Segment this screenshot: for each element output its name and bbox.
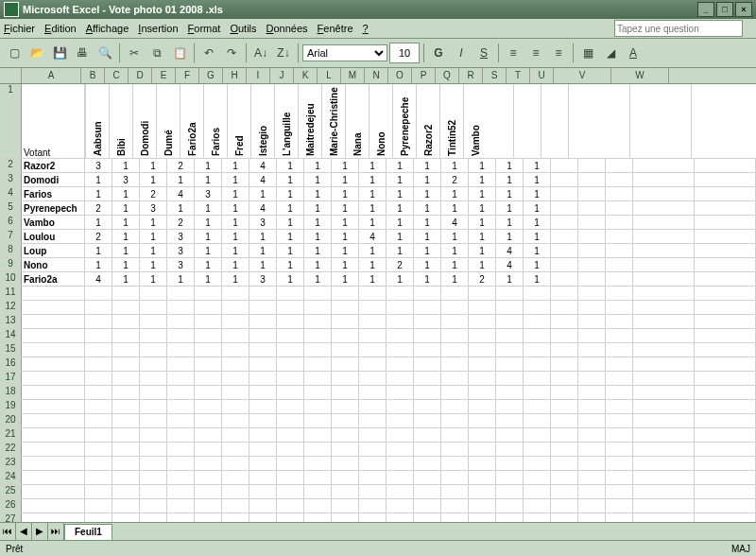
cut-icon[interactable]: ✂ — [124, 43, 145, 63]
candidate-header[interactable]: Domodi — [132, 84, 156, 158]
vote-cell[interactable]: 1 — [496, 216, 524, 229]
sort-desc-icon[interactable]: Z↓ — [273, 43, 294, 63]
vote-cell[interactable]: 1 — [524, 216, 551, 229]
vote-cell[interactable]: 1 — [112, 159, 140, 172]
preview-icon[interactable]: 🔍 — [94, 43, 115, 63]
vote-cell[interactable]: 1 — [441, 258, 469, 271]
maximize-button[interactable]: □ — [716, 2, 733, 17]
vote-cell[interactable]: 1 — [332, 258, 359, 271]
vote-cell[interactable]: 2 — [85, 230, 112, 243]
menu-fenêtre[interactable]: Fenêtre — [318, 23, 353, 34]
col-header[interactable]: P — [412, 68, 436, 83]
vote-cell[interactable]: 1 — [167, 173, 195, 186]
vote-cell[interactable]: 1 — [85, 187, 112, 200]
vote-cell[interactable]: 2 — [167, 216, 195, 229]
col-header[interactable]: A — [22, 68, 81, 83]
row-header[interactable]: 17 — [0, 372, 22, 385]
vote-cell[interactable]: 1 — [524, 187, 551, 200]
vote-cell[interactable]: 1 — [277, 230, 304, 243]
sheet-tab[interactable]: Feuil1 — [64, 524, 112, 540]
row-header[interactable]: 12 — [0, 301, 22, 314]
col-header[interactable]: V — [554, 68, 611, 83]
vote-cell[interactable]: 1 — [304, 173, 332, 186]
row-header[interactable]: 15 — [0, 343, 22, 356]
ask-question-box[interactable] — [614, 20, 743, 37]
vote-cell[interactable]: 1 — [277, 216, 304, 229]
vote-cell[interactable]: 1 — [469, 173, 496, 186]
row-header[interactable]: 3 — [0, 173, 22, 186]
col-header[interactable]: C — [105, 68, 129, 83]
vote-cell[interactable]: 1 — [140, 258, 167, 271]
vote-cell[interactable]: 1 — [496, 173, 524, 186]
vote-cell[interactable]: 1 — [387, 187, 414, 200]
vote-cell[interactable]: 1 — [304, 272, 332, 286]
row-header[interactable]: 16 — [0, 357, 22, 371]
vote-cell[interactable]: 1 — [524, 159, 551, 172]
row-header[interactable]: 27 — [0, 513, 22, 522]
vote-cell[interactable]: 1 — [85, 244, 112, 257]
candidate-header[interactable]: Dumé — [156, 84, 180, 158]
vote-cell[interactable]: 1 — [140, 173, 167, 186]
align-right-icon[interactable]: ≡ — [548, 43, 569, 63]
vote-cell[interactable]: 1 — [112, 258, 140, 271]
vote-cell[interactable]: 1 — [359, 244, 387, 257]
vote-cell[interactable]: 1 — [414, 187, 441, 200]
vote-cell[interactable]: 3 — [195, 187, 222, 200]
candidate-header[interactable]: Razor2 — [416, 84, 439, 158]
menu-?[interactable]: ? — [363, 23, 369, 34]
tab-next-icon[interactable]: ▶ — [32, 523, 48, 540]
vote-cell[interactable]: 1 — [441, 230, 469, 243]
col-header[interactable]: D — [129, 68, 152, 83]
col-header[interactable]: R — [459, 68, 483, 83]
save-icon[interactable]: 💾 — [49, 43, 70, 63]
vote-cell[interactable]: 3 — [249, 272, 277, 286]
menu-outils[interactable]: Outils — [230, 23, 256, 34]
vote-cell[interactable]: 1 — [195, 216, 222, 229]
candidate-header[interactable]: Tintin52 — [439, 84, 463, 158]
row-header[interactable]: 4 — [0, 187, 22, 200]
row-header[interactable]: 7 — [0, 230, 22, 243]
sort-asc-icon[interactable]: A↓ — [250, 43, 271, 63]
col-header[interactable]: O — [388, 68, 412, 83]
ask-input[interactable] — [614, 20, 743, 37]
vote-cell[interactable]: 1 — [167, 201, 195, 215]
copy-icon[interactable]: ⧉ — [146, 43, 167, 63]
vote-cell[interactable]: 1 — [414, 216, 441, 229]
vote-cell[interactable]: 1 — [524, 244, 551, 257]
row-header[interactable]: 24 — [0, 471, 22, 484]
vote-cell[interactable]: 1 — [496, 187, 524, 200]
row-header[interactable]: 13 — [0, 315, 22, 328]
vote-cell[interactable]: 1 — [441, 201, 469, 215]
vote-cell[interactable]: 1 — [277, 187, 304, 200]
vote-cell[interactable]: 1 — [222, 187, 249, 200]
col-header[interactable]: K — [294, 68, 318, 83]
vote-cell[interactable]: 1 — [469, 187, 496, 200]
vote-cell[interactable]: 1 — [332, 187, 359, 200]
vote-cell[interactable]: 1 — [387, 244, 414, 257]
vote-cell[interactable]: 1 — [112, 187, 140, 200]
vote-cell[interactable]: 1 — [222, 159, 249, 172]
vote-cell[interactable]: 1 — [249, 187, 277, 200]
vote-cell[interactable]: 1 — [332, 272, 359, 286]
vote-cell[interactable]: 1 — [304, 201, 332, 215]
vote-cell[interactable]: 1 — [249, 244, 277, 257]
new-icon[interactable]: ▢ — [4, 43, 25, 63]
row-header[interactable]: 6 — [0, 216, 22, 229]
col-header[interactable]: I — [247, 68, 270, 83]
vote-cell[interactable]: 1 — [304, 216, 332, 229]
col-header[interactable]: L — [318, 68, 341, 83]
header-votant[interactable]: Votant — [22, 84, 85, 158]
col-header[interactable]: M — [341, 68, 365, 83]
vote-cell[interactable]: 1 — [496, 201, 524, 215]
row-header[interactable]: 10 — [0, 272, 22, 286]
vote-cell[interactable]: 1 — [524, 230, 551, 243]
vote-cell[interactable]: 1 — [222, 173, 249, 186]
vote-cell[interactable]: 1 — [140, 230, 167, 243]
candidate-header[interactable]: Nana — [345, 84, 369, 158]
col-header[interactable]: Q — [436, 68, 459, 83]
col-header[interactable]: U — [530, 68, 554, 83]
row-header[interactable]: 14 — [0, 329, 22, 342]
align-center-icon[interactable]: ≡ — [525, 43, 546, 63]
vote-cell[interactable]: 1 — [195, 244, 222, 257]
col-header[interactable]: T — [507, 68, 530, 83]
